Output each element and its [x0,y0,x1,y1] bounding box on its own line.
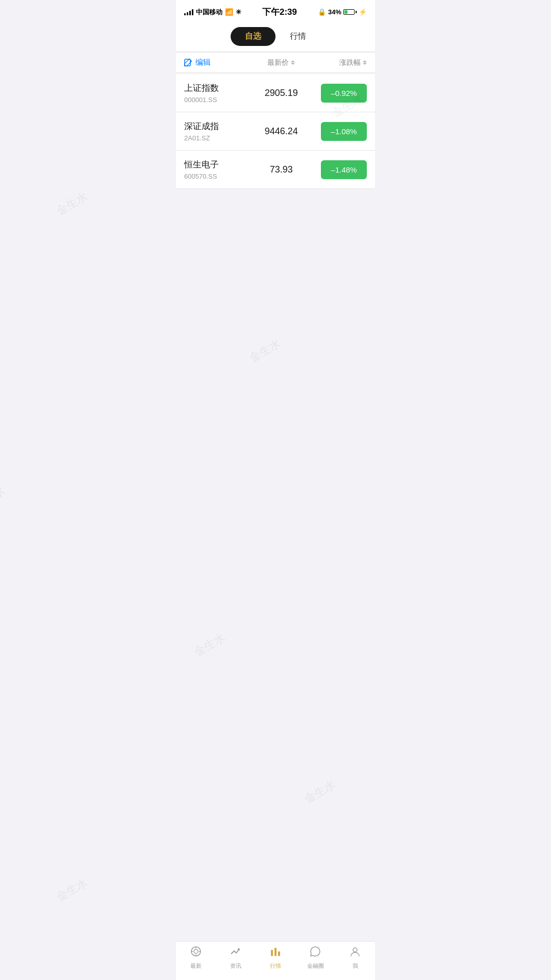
battery-percent: 34% [328,8,341,16]
carrier-label: 中国移动 [196,8,222,17]
change-sort-icon [363,60,367,65]
table-row[interactable]: 上证指数 000001.SS 2905.19 –0.92% [176,74,375,112]
change-label: 涨跌幅 [339,58,361,67]
change-column-header[interactable]: 涨跌幅 [310,58,367,67]
stock-change-3: –1.48% [310,160,367,179]
stock-list: 上证指数 000001.SS 2905.19 –0.92% 深证成指 2A01.… [176,74,375,189]
edit-column-header[interactable]: 编辑 [184,58,253,67]
stock-name-1: 上证指数 [184,82,253,94]
tab-watchlist[interactable]: 自选 [231,27,276,46]
tab-market[interactable]: 行情 [276,27,320,46]
stock-code-2: 2A01.SZ [184,134,253,142]
battery-indicator [343,9,357,15]
stock-info-2: 深证成指 2A01.SZ [184,120,253,142]
change-badge-1: –0.92% [321,84,367,103]
stock-price-3: 73.93 [253,164,310,175]
sync-icon: ✳ [236,8,241,16]
stock-code-1: 000001.SS [184,96,253,104]
charging-icon: ⚡ [359,8,367,16]
change-badge-2: –1.08% [321,122,367,141]
stock-price-1: 2905.19 [253,88,310,99]
lock-icon: 🔒 [318,8,326,16]
segment-control: 自选 行情 [176,21,375,51]
price-column-header[interactable]: 最新价 [253,58,310,67]
status-right: 🔒 34% ⚡ [318,8,367,16]
change-badge-3: –1.48% [321,160,367,179]
edit-icon [184,59,192,67]
table-header: 编辑 最新价 涨跌幅 [176,52,375,73]
stock-change-2: –1.08% [310,122,367,141]
price-sort-icon [291,60,295,65]
table-row[interactable]: 恒生电子 600570.SS 73.93 –1.48% [176,151,375,189]
table-row[interactable]: 深证成指 2A01.SZ 9446.24 –1.08% [176,112,375,151]
stock-code-3: 600570.SS [184,173,253,180]
stock-price-2: 9446.24 [253,126,310,137]
stock-info-3: 恒生电子 600570.SS [184,159,253,180]
price-label: 最新价 [267,58,289,67]
empty-content-area [176,189,375,393]
status-bar: 中国移动 📶 ✳ 下午2:39 🔒 34% ⚡ [176,0,375,21]
stock-name-3: 恒生电子 [184,159,253,170]
status-left: 中国移动 📶 ✳ [184,8,241,17]
wifi-icon: 📶 [225,8,233,16]
status-time: 下午2:39 [262,6,297,18]
edit-label[interactable]: 编辑 [195,58,211,67]
stock-name-2: 深证成指 [184,120,253,132]
stock-change-1: –0.92% [310,84,367,103]
stock-info-1: 上证指数 000001.SS [184,82,253,104]
signal-bars [184,9,193,15]
